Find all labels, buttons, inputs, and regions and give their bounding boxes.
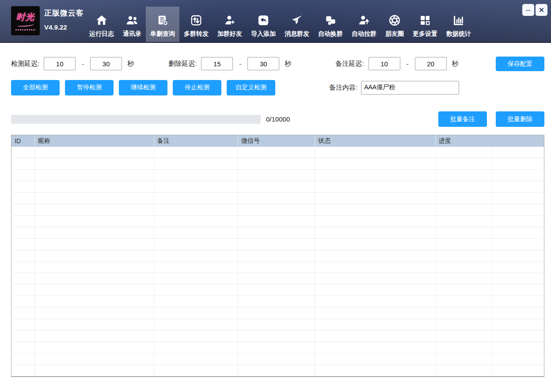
- title-block: 正版微云客 V4.9.22: [44, 8, 84, 31]
- home-icon: [95, 13, 108, 28]
- nav-tab-import-add[interactable]: 导入添加: [247, 7, 280, 42]
- moments-aperture-icon: [388, 13, 401, 28]
- batch-remark-button[interactable]: 批量备注: [438, 111, 487, 127]
- batch-buttons: 批量备注 批量删除: [438, 111, 544, 127]
- batch-delete-button[interactable]: 批量删除: [496, 111, 544, 127]
- table-row: [11, 331, 544, 342]
- col-header-id: ID: [11, 135, 35, 147]
- stop-detect-button[interactable]: 停止检测: [173, 80, 221, 95]
- table-row: [11, 227, 544, 239]
- table-row: [11, 216, 544, 227]
- nav-tab-single-delete-query[interactable]: 单删查询: [146, 7, 179, 42]
- table-row: [11, 193, 544, 204]
- nav-tab-moments[interactable]: 朋友圈: [381, 7, 408, 42]
- progress-bar: [11, 115, 261, 124]
- logo-caption: [15, 29, 36, 30]
- table-row: [11, 170, 544, 181]
- window-controls: ─ ✕: [522, 4, 547, 16]
- nav-tab-data-statistics[interactable]: 数据统计: [442, 7, 475, 42]
- table-row: [11, 158, 544, 170]
- resume-detect-button[interactable]: 继续检测: [119, 80, 167, 95]
- table-row: [11, 365, 544, 377]
- table-row: [11, 342, 544, 354]
- remark-delay-max-input[interactable]: [415, 57, 447, 70]
- delete-delay-max-input[interactable]: [247, 57, 279, 70]
- table-row: [11, 204, 544, 216]
- results-table: ID 昵称 备注 微信号 状态 进度: [11, 135, 544, 377]
- nav-label: 消息群发: [285, 30, 309, 38]
- single-delete-query-icon: [156, 13, 169, 28]
- app-logo: 时光: [11, 6, 40, 35]
- logo-flourish: [17, 23, 34, 27]
- nav-label: 运行日志: [89, 30, 114, 38]
- multi-group-forward-icon: [190, 13, 202, 28]
- pause-detect-button[interactable]: 暂停检测: [65, 80, 114, 95]
- minimize-button[interactable]: ─: [522, 4, 534, 16]
- col-header-status: 状态: [315, 135, 436, 147]
- nav-tab-multi-group-forward[interactable]: 多群转发: [179, 7, 213, 42]
- progress-count: 0/10000: [266, 115, 290, 123]
- delete-delay-unit: 秒: [285, 60, 291, 68]
- remark-delay-label: 备注延迟:: [335, 60, 364, 68]
- col-header-remark: 备注: [154, 135, 238, 147]
- detect-all-button[interactable]: 全部检测: [11, 80, 60, 95]
- range-separator: -: [239, 60, 241, 68]
- nav-label: 通讯录: [123, 30, 141, 38]
- nav-label: 导入添加: [251, 30, 276, 38]
- nav-label: 加群好友: [217, 30, 242, 38]
- detect-delay-label: 检测延迟:: [11, 60, 39, 68]
- auto-pull-group-icon: [358, 13, 370, 28]
- delete-delay-label: 删除延迟:: [168, 60, 197, 68]
- custom-detect-button[interactable]: 自定义检测: [227, 80, 275, 95]
- range-separator: -: [407, 60, 409, 68]
- table-row: [11, 354, 544, 365]
- table-row: [11, 181, 544, 193]
- progress-row: 0/10000 批量备注 批量删除: [11, 111, 544, 127]
- remark-delay-min-input[interactable]: [369, 57, 400, 70]
- nav-tab-run-log[interactable]: 运行日志: [85, 7, 118, 42]
- detect-actions-row: 全部检测 暂停检测 继续检测 停止检测 自定义检测 备注内容:: [11, 80, 544, 95]
- delete-delay-min-input[interactable]: [201, 57, 233, 70]
- table-row: [11, 285, 544, 296]
- titlebar: 时光 正版微云客 V4.9.22 运行日志 通讯录 单删查询: [0, 0, 551, 43]
- nav-label: 多群转发: [184, 30, 209, 38]
- nav-tab-auto-pull-group[interactable]: 自动拉群: [347, 7, 381, 42]
- col-header-nickname: 昵称: [35, 135, 154, 147]
- table-row: [11, 319, 544, 331]
- nav-tab-message-broadcast[interactable]: 消息群发: [280, 7, 314, 42]
- table-row: [11, 239, 544, 250]
- nav-tab-more-settings[interactable]: 更多设置: [408, 7, 442, 42]
- remark-content-input[interactable]: [361, 81, 459, 95]
- main-content: 检测延迟: - 秒 删除延迟: - 秒 备注延迟: - 秒 保存配置 全部检测 …: [0, 57, 551, 377]
- detect-delay-min-input[interactable]: [44, 57, 76, 70]
- nav-label: 自动换群: [318, 30, 343, 38]
- table-row: [11, 147, 544, 158]
- nav-label: 更多设置: [413, 30, 437, 38]
- remark-delay-unit: 秒: [452, 60, 459, 68]
- data-statistics-icon: [452, 13, 465, 28]
- nav-tab-contacts[interactable]: 通讯录: [118, 7, 146, 42]
- nav-label: 数据统计: [446, 30, 471, 38]
- table-row: [11, 262, 544, 273]
- table-row: [11, 296, 544, 308]
- nav-tab-add-group-friend[interactable]: 加群好友: [213, 7, 247, 42]
- nav-tab-auto-switch-group[interactable]: 自动换群: [314, 7, 347, 42]
- detect-delay-max-input[interactable]: [90, 57, 122, 70]
- more-settings-icon: [419, 13, 431, 28]
- save-config-button[interactable]: 保存配置: [496, 57, 544, 71]
- app-title: 正版微云客: [44, 8, 84, 18]
- remark-content-label: 备注内容:: [329, 84, 357, 92]
- logo-text: 时光: [16, 11, 35, 23]
- table-row: [11, 308, 544, 319]
- nav-label: 朋友圈: [385, 30, 404, 38]
- close-button[interactable]: ✕: [536, 4, 547, 16]
- table-row: [11, 273, 544, 285]
- detect-delay-unit: 秒: [127, 60, 134, 68]
- nav-label: 单删查询: [150, 30, 175, 38]
- app-version: V4.9.22: [44, 23, 84, 31]
- import-add-icon: [257, 13, 270, 28]
- delay-settings-row: 检测延迟: - 秒 删除延迟: - 秒 备注延迟: - 秒 保存配置: [11, 57, 544, 71]
- main-nav: 运行日志 通讯录 单删查询 多群转发 加群好友: [85, 7, 475, 42]
- nav-label: 自动拉群: [352, 30, 376, 38]
- range-separator: -: [82, 60, 84, 68]
